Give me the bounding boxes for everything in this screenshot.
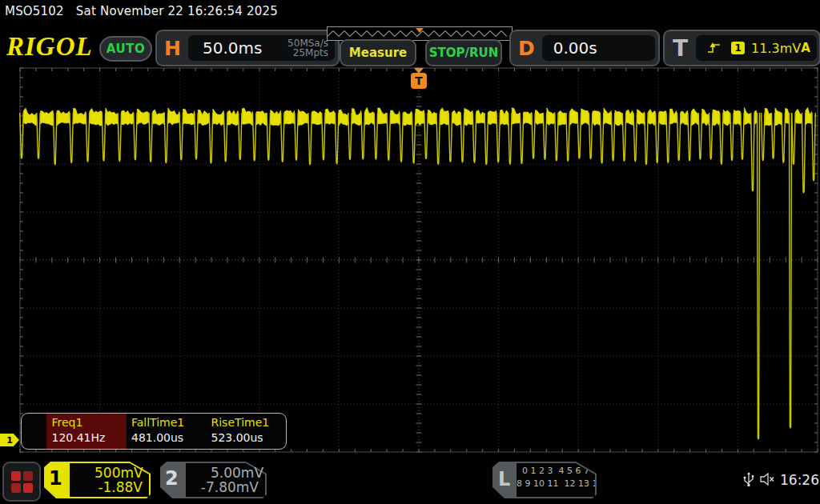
channel2-scale-value: 5.00mV — [211, 465, 263, 481]
horizontal-settings-block[interactable]: H 50.0ms 50MSa/s 25Mpts — [155, 30, 340, 66]
channel1-scale: 500mV — [78, 465, 143, 481]
quick-menu-button[interactable] — [2, 462, 41, 502]
channel2-offset: -7.80mV — [201, 479, 259, 495]
trigger-position-shield-icon: T — [411, 73, 427, 89]
stop-run-button-label: STOP/RUN — [429, 46, 499, 60]
measure-button-label: Measure — [349, 46, 407, 60]
red-square-icon — [23, 471, 33, 481]
trigger-sweep-mode: A — [801, 41, 810, 55]
measurement-name: FallTime1 — [131, 416, 207, 429]
red-square-icon — [11, 471, 21, 481]
measurement-item-freq1[interactable]: Freq1 120.41Hz — [46, 414, 127, 449]
trigger-settings-block[interactable]: T 1 11.3mV A — [663, 30, 820, 66]
trigger-status-indicator[interactable]: AUTO — [99, 36, 152, 62]
rigol-logo: RIGOL — [6, 32, 93, 62]
trigger-position-marker[interactable]: T — [411, 68, 427, 90]
measurement-spacer — [22, 414, 46, 449]
logic-channels-block[interactable]: 0 1 2 3 4 5 6 7 8 9 10 11 12 13 14 15 L — [492, 462, 597, 498]
rising-edge-icon — [707, 42, 722, 54]
logic-label: L — [498, 468, 510, 490]
delay-value: 0.00s — [553, 38, 597, 58]
logic-row2: 8 9 10 11 12 13 14 15 — [517, 478, 595, 489]
measurement-item-risetime1[interactable]: RiseTime1 523.00us — [206, 414, 286, 449]
trigger-label: T — [665, 35, 696, 62]
sample-rate-memory: 50MSa/s 25Mpts — [287, 38, 328, 58]
memory-depth: 25Mpts — [293, 47, 328, 58]
title-bar: MSO5102 Sat November 22 16:26:54 2025 — [5, 4, 286, 18]
datetime: Sat November 22 16:26:54 2025 — [76, 4, 278, 18]
horizontal-label: H — [157, 37, 188, 60]
measurement-name: RiseTime1 — [211, 416, 286, 429]
clock: 16:26 — [780, 472, 819, 488]
measurement-name: Freq1 — [51, 416, 127, 429]
delay-label: D — [511, 37, 542, 60]
red-square-icon — [23, 483, 33, 493]
model-name: MSO5102 — [5, 4, 64, 18]
trigger-status-label: AUTO — [107, 42, 145, 56]
measurement-value: 481.00us — [131, 431, 207, 444]
stop-run-button[interactable]: STOP/RUN — [425, 39, 502, 66]
measurement-value: 120.41Hz — [51, 431, 127, 444]
measurement-item-falltime1[interactable]: FallTime1 481.00us — [127, 414, 207, 449]
timebase-value: 50.0ms — [203, 38, 262, 58]
speaker-muted-icon[interactable] — [759, 472, 775, 486]
channel2-number: 2 — [165, 467, 179, 490]
channel2-status-block[interactable]: 2 5.00mV -7.80mV — [160, 462, 267, 498]
channel1-number: 1 — [49, 467, 62, 490]
measurement-value: 523.00us — [211, 431, 286, 444]
delay-settings-block[interactable]: D 0.00s — [509, 30, 660, 66]
red-square-icon — [11, 483, 21, 493]
measurement-results-panel: Freq1 120.41Hz FallTime1 481.00us RiseTi… — [21, 413, 287, 450]
channel1-offset: -1.88V — [98, 479, 143, 495]
channel1-scale-value: 500mV — [94, 465, 143, 481]
channel2-scale: 5.00mV — [194, 465, 263, 481]
trigger-level-value: 11.3mV — [751, 41, 801, 56]
measure-button[interactable]: Measure — [340, 39, 416, 66]
logic-values: 0 1 2 3 4 5 6 7 8 9 10 11 12 13 14 15 — [517, 463, 595, 497]
trigger-source-badge: 1 — [731, 42, 745, 54]
channel1-status-block[interactable]: 1 500mV -1.88V — [44, 462, 151, 498]
usb-icon — [743, 471, 754, 487]
oscilloscope-screen: MSO5102 Sat November 22 16:26:54 2025 RI… — [0, 0, 820, 504]
